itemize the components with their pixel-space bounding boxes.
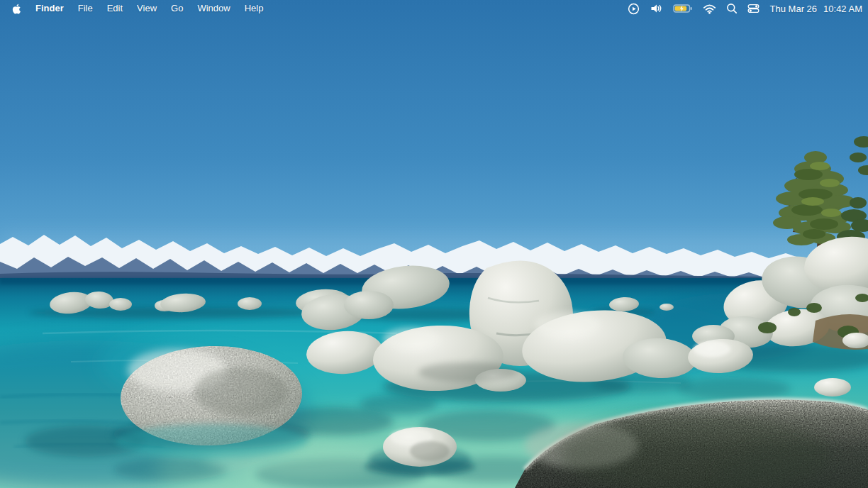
sky bbox=[0, 0, 868, 284]
menu-window[interactable]: Window bbox=[190, 0, 237, 17]
spotlight-search-icon bbox=[726, 3, 738, 14]
screen-mirroring-icon bbox=[628, 3, 640, 15]
menu-finder[interactable]: Finder bbox=[28, 0, 71, 17]
clock-time: 10:42 AM bbox=[823, 4, 862, 14]
screen-mirroring-status[interactable] bbox=[623, 0, 645, 17]
apple-menu[interactable] bbox=[9, 3, 28, 15]
menu-bar-status: Thu Mar 26 10:42 AM bbox=[623, 0, 862, 17]
volume-status[interactable] bbox=[645, 0, 668, 17]
menu-edit[interactable]: Edit bbox=[100, 0, 130, 17]
menu-bar-clock[interactable]: Thu Mar 26 10:42 AM bbox=[770, 4, 862, 14]
wifi-icon bbox=[703, 4, 716, 14]
battery-status[interactable] bbox=[668, 0, 698, 17]
menu-help[interactable]: Help bbox=[238, 0, 271, 17]
control-center-icon bbox=[747, 4, 760, 13]
battery-charging-icon bbox=[673, 3, 693, 14]
apple-icon bbox=[11, 3, 21, 15]
menu-bar: Finder File Edit View Go Window Help bbox=[0, 0, 868, 17]
wallpaper-lake-tahoe bbox=[0, 0, 868, 488]
volume-icon bbox=[650, 3, 663, 14]
menu-go[interactable]: Go bbox=[164, 0, 190, 17]
menu-file[interactable]: File bbox=[71, 0, 100, 17]
clock-date: Thu Mar 26 bbox=[770, 4, 817, 14]
wifi-status[interactable] bbox=[698, 0, 721, 17]
menu-bar-left: Finder File Edit View Go Window Help bbox=[9, 0, 270, 17]
desktop: Finder File Edit View Go Window Help bbox=[0, 0, 868, 488]
spotlight-search[interactable] bbox=[721, 0, 742, 17]
control-center[interactable] bbox=[742, 0, 764, 17]
menu-view[interactable]: View bbox=[130, 0, 164, 17]
